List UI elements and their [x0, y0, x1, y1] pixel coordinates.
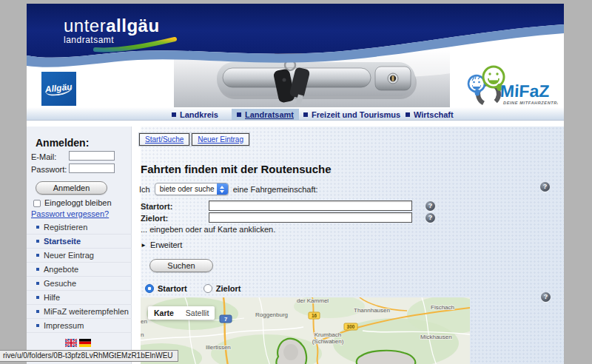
mifaz-tagline: DEINE MITFAHRZENTRALE — [503, 101, 558, 105]
map-label: en — [141, 318, 147, 325]
logo-part2: allgäu — [106, 16, 159, 36]
route-shield-7: 7 — [224, 316, 227, 323]
nav-item-landratsamt[interactable]: Landratsamt — [232, 109, 299, 120]
flag-german-icon[interactable] — [79, 338, 91, 346]
map-label: Krumbach — [314, 331, 341, 338]
startort-label: Startort: — [141, 202, 172, 211]
help-icon[interactable]: ? — [426, 201, 435, 211]
bullet-icon — [36, 324, 39, 327]
bullet-icon — [36, 296, 39, 299]
forgot-password-link[interactable]: Passwort vergessen? — [31, 209, 109, 218]
mode-suffix: eine Fahrgemeinschaft: — [233, 185, 318, 194]
password-label: Passwort: — [31, 165, 67, 174]
expand-arrow-icon: ► — [141, 242, 147, 249]
sidebar-item-hilfe[interactable]: Hilfe — [27, 291, 132, 305]
status-bar-url: rive/u/0/folders/0B-t3pfz8LvRhMGtEMzR1bE… — [0, 350, 178, 362]
flag-english-icon[interactable] — [65, 338, 77, 346]
startort-radio[interactable] — [145, 284, 154, 293]
nav-item-landkreis[interactable]: Landkreis — [172, 109, 218, 120]
map-label: Illertissen — [206, 344, 231, 351]
bullet-icon — [36, 254, 39, 257]
sidebar-menu: Registrieren Startseite Neuer Eintrag An… — [27, 220, 132, 333]
language-switcher — [65, 338, 91, 346]
nav-bullet-icon — [172, 112, 176, 117]
mifaz-wordmark: MiFaZ — [500, 81, 550, 101]
zielort-label: Zielort: — [141, 214, 168, 223]
logo-part1: unter — [64, 16, 106, 36]
mode-prefix: Ich — [139, 185, 150, 194]
help-icon[interactable]: ? — [541, 292, 551, 302]
mifaz-logo: MiFaZ DEINE MITFAHRZENTRALE — [465, 63, 558, 109]
help-icon[interactable]: ? — [426, 213, 435, 223]
sidebar-item-startseite[interactable]: Startseite — [27, 235, 132, 249]
mode-row: Ich biete oder suche eine Fahrgemeinscha… — [139, 183, 318, 195]
sidebar-divider — [132, 127, 141, 364]
bullet-icon — [36, 226, 39, 229]
sidebar-item-mifaz-weiterempfehlen[interactable]: MiFaZ weiterempfehlen — [27, 305, 132, 319]
select-stepper-icon — [217, 183, 228, 195]
content-tabs: Start/Suche Neuer Eintrag — [139, 133, 249, 146]
email-field[interactable] — [69, 151, 115, 161]
mode-select[interactable]: biete oder suche — [155, 183, 229, 195]
stay-logged-in-label: Eingeloggt bleiben — [44, 198, 112, 207]
tab-neuer-eintrag[interactable]: Neuer Eintrag — [192, 133, 249, 146]
zielort-radio-label: Zielort — [216, 284, 241, 293]
map-type-karte-button[interactable]: Karte — [148, 306, 180, 320]
header-separator — [27, 121, 564, 127]
mode-select-value: biete oder suche — [160, 185, 215, 193]
logo-swoosh — [92, 35, 179, 53]
map-label: (Schwaben) — [312, 338, 344, 345]
map-label: Mickhausen — [420, 334, 452, 340]
nav-item-wirtschaft[interactable]: Wirtschaft — [406, 109, 454, 120]
page-title: Fahrten finden mit der Routensuche — [141, 163, 332, 175]
main-navigation: Landkreis Landratsamt Freizeit und Touri… — [27, 107, 564, 121]
zielort-radio[interactable] — [204, 284, 212, 293]
map-label: der Kammel — [297, 297, 329, 304]
advanced-toggle[interactable]: ► Erweitert — [141, 240, 182, 249]
sidebar-item-impressum[interactable]: Impressum — [27, 319, 132, 333]
allgau-region-badge[interactable]: Allgäu — [41, 72, 76, 106]
map-mode-radios: Startort Zielort — [145, 284, 240, 293]
allgau-badge-label: Allgäu — [44, 81, 73, 97]
password-field[interactable] — [69, 164, 115, 173]
nav-item-freizeit-tourismus[interactable]: Freizeit und Tourismus — [303, 109, 400, 120]
startort-input[interactable] — [209, 200, 412, 211]
map-label: n — [141, 331, 144, 338]
map-type-satellit-button[interactable]: Satellit — [180, 306, 215, 320]
car-keys-photo — [174, 50, 450, 107]
map-hint-text: ... eingeben oder auf Karte anklicken. — [141, 225, 275, 234]
map-label: Roggenburg — [255, 311, 288, 318]
help-icon[interactable]: ? — [540, 182, 550, 192]
sidebar-item-neuer-eintrag[interactable]: Neuer Eintrag — [27, 249, 132, 263]
login-button[interactable]: Anmelden — [36, 181, 107, 195]
nav-bullet-icon — [406, 112, 410, 117]
sidebar-item-registrieren[interactable]: Registrieren — [27, 220, 132, 235]
bullet-icon — [36, 268, 39, 271]
route-shield-300: 300 — [347, 324, 355, 329]
map-label: Thannhausen — [354, 307, 390, 314]
zielort-input[interactable] — [209, 212, 412, 223]
page: unterallgäu landratsamt Allgäu MiFaZ DEI… — [27, 4, 564, 364]
startort-radio-label: Startort — [158, 284, 187, 293]
bullet-icon — [36, 240, 39, 243]
route-map[interactable]: 7 16 300 der Kammel Roggenburg Thannhaus… — [141, 297, 470, 364]
nav-bullet-icon — [237, 112, 241, 117]
login-title: Anmelden: — [36, 137, 89, 149]
bullet-icon — [36, 310, 39, 313]
map-type-control: Karte Satellit — [148, 306, 215, 320]
sidebar-item-angebote[interactable]: Angebote — [27, 263, 132, 277]
tab-start-suche[interactable]: Start/Suche — [139, 133, 189, 146]
route-shield-16: 16 — [312, 313, 317, 318]
search-button[interactable]: Suchen — [149, 259, 213, 272]
stay-logged-in-checkbox[interactable] — [33, 200, 41, 207]
bullet-icon — [36, 282, 39, 285]
map-label: Fischach — [431, 304, 454, 311]
nav-bullet-icon — [303, 112, 308, 117]
sidebar-item-gesuche[interactable]: Gesuche — [27, 277, 132, 291]
email-label: E-Mail: — [31, 152, 56, 161]
